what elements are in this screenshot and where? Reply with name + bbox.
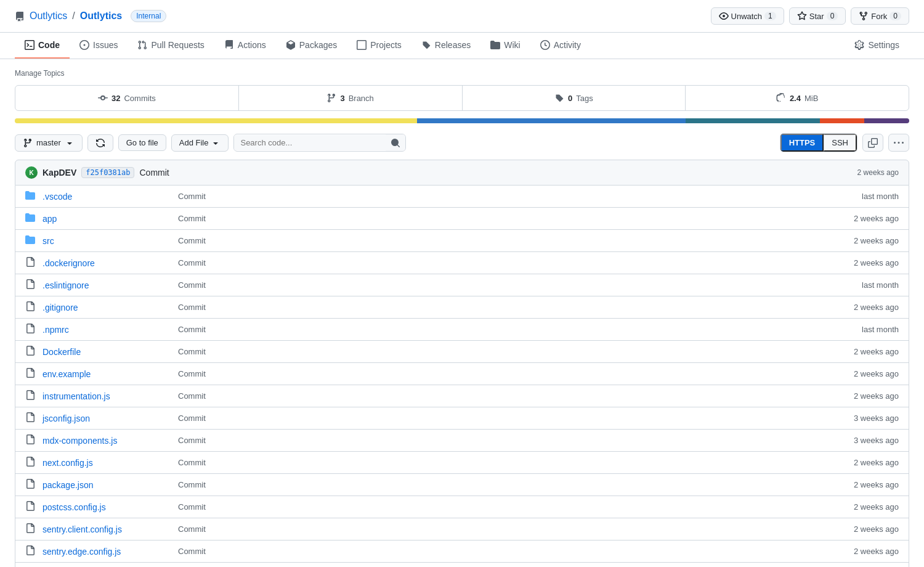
fork-label: Fork [871,12,887,21]
separator: / [72,10,75,22]
file-name[interactable]: jsconfig.json [43,414,178,423]
nav-item-projects[interactable]: Projects [347,33,411,59]
table-row[interactable]: package.json Commit 2 weeks ago [15,474,909,496]
nav-releases-label: Releases [435,40,471,50]
nav-item-wiki[interactable]: Wiki [480,33,530,59]
file-name[interactable]: Dockerfile [43,347,178,357]
nav-item-releases[interactable]: Releases [411,33,480,59]
file-name[interactable]: .dockerignore [43,258,178,268]
file-name[interactable]: app [43,214,178,224]
nav-item-actions[interactable]: Actions [214,33,276,59]
table-row[interactable]: postcss.config.js Commit 2 weeks ago [15,496,909,518]
file-time: 2 weeks ago [825,369,899,378]
star-label: Star [809,12,824,21]
file-name[interactable]: package.json [43,480,178,490]
lang-js [15,118,417,123]
nav-item-activity[interactable]: Activity [530,33,591,59]
table-row[interactable]: .vscode Commit last month [15,186,909,208]
table-row[interactable]: app Commit 2 weeks ago [15,208,909,230]
nav-settings-label: Settings [868,40,899,50]
file-commit-msg: Commit [178,258,825,267]
file-name[interactable]: .npmrc [43,325,178,335]
file-commit-msg: Commit [178,391,825,401]
file-icon [25,545,38,557]
repo-title: Outlytics / Outlytics Internal [15,10,166,22]
file-name[interactable]: mdx-components.js [43,436,178,446]
table-row[interactable]: mdx-components.js Commit 3 weeks ago [15,430,909,452]
file-name[interactable]: instrumentation.js [43,391,178,401]
https-button[interactable]: HTTPS [780,134,824,152]
file-commit-msg: Commit [178,280,825,290]
file-name[interactable]: src [43,236,178,246]
branch-selector[interactable]: master [15,134,83,152]
branches-stat[interactable]: 3 Branch [239,86,463,110]
more-options-button[interactable] [888,134,909,151]
watch-button[interactable]: Unwatch 1 [711,7,784,25]
table-row[interactable]: sentry.edge.config.js Commit 2 weeks ago [15,540,909,563]
nav-item-packages[interactable]: Packages [276,33,347,59]
search-input[interactable] [234,135,386,150]
file-name[interactable]: sentry.edge.config.js [43,547,178,557]
language-bar [15,118,909,123]
nav-item-code[interactable]: Code [15,33,70,59]
table-row[interactable]: Dockerfile Commit 2 weeks ago [15,341,909,363]
file-time: 2 weeks ago [825,547,899,556]
lang-ts [417,118,686,123]
file-icon [25,390,38,402]
commit-author[interactable]: KapDEV [43,168,76,177]
table-row[interactable]: instrumentation.js Commit 2 weeks ago [15,385,909,407]
table-row[interactable]: next.config.js Commit 2 weeks ago [15,452,909,474]
nav-item-pull-requests[interactable]: Pull Requests [128,33,214,59]
file-icon [25,457,38,468]
nav-issues-label: Issues [93,40,118,50]
file-name[interactable]: .gitignore [43,303,178,312]
star-button[interactable]: Star 0 [789,7,846,25]
table-row[interactable]: src Commit 2 weeks ago [15,230,909,252]
org-name[interactable]: Outlytics [30,10,67,22]
table-row[interactable]: sentry.client.config.js Commit 2 weeks a… [15,518,909,540]
table-row[interactable]: env.example Commit 2 weeks ago [15,363,909,385]
file-name[interactable]: postcss.config.js [43,502,178,512]
add-file-button[interactable]: Add File [171,134,229,152]
commit-hash[interactable]: f25f0381ab [81,167,134,178]
repo-nav: Code Issues Pull Requests Actions Packag… [0,33,924,59]
file-commit-msg: Commit [178,547,825,556]
repo-type-icon [15,10,25,22]
nav-item-issues[interactable]: Issues [70,33,128,59]
size-unit: MiB [804,94,818,103]
file-commit-msg: Commit [178,369,825,378]
table-row[interactable]: sentry.server.config.js Commit 2 weeks a… [15,563,909,567]
file-name[interactable]: env.example [43,369,178,379]
manage-topics-link[interactable]: Manage Topics [15,69,909,78]
watch-count: 1 [764,12,776,20]
nav-item-settings[interactable]: Settings [845,33,909,59]
commits-stat[interactable]: 32 Commits [15,86,239,110]
file-name[interactable]: .eslintignore [43,280,178,290]
file-name[interactable]: .vscode [43,192,178,202]
copy-button[interactable] [862,134,883,151]
table-row[interactable]: jsconfig.json Commit 3 weeks ago [15,407,909,430]
file-time: last month [825,192,899,201]
file-icon [25,412,38,424]
table-row[interactable]: .dockerignore Commit 2 weeks ago [15,252,909,274]
table-row[interactable]: .eslintignore Commit last month [15,274,909,296]
search-button[interactable] [386,134,405,150]
file-name[interactable]: sentry.client.config.js [43,524,178,534]
watch-label: Unwatch [731,12,763,21]
file-icon [25,301,38,313]
repo-name[interactable]: Outlytics [80,10,122,22]
file-time: 2 weeks ago [825,480,899,489]
fork-button[interactable]: Fork 0 [851,7,909,25]
tags-stat[interactable]: 0 Tags [463,86,686,110]
file-commit-msg: Commit [178,214,825,223]
size-num: 2.4 [790,94,801,103]
table-row[interactable]: .npmrc Commit last month [15,319,909,341]
sync-button[interactable] [87,134,113,152]
go-to-file-button[interactable]: Go to file [118,134,166,151]
file-time: last month [825,325,899,334]
file-time: 2 weeks ago [825,236,899,245]
table-row[interactable]: .gitignore Commit 2 weeks ago [15,296,909,319]
file-name[interactable]: next.config.js [43,458,178,468]
size-stat[interactable]: 2.4 MiB [686,86,909,110]
ssh-button[interactable]: SSH [824,134,857,152]
